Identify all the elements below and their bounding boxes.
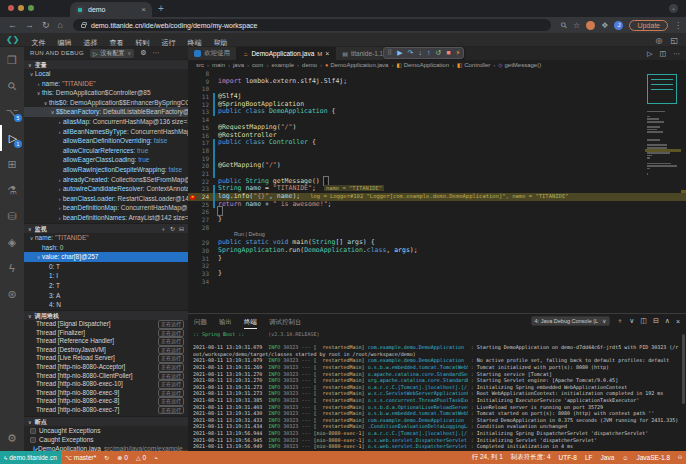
terminal-output[interactable]: :: Spring Boot :: (v2.3.10.RELEASE)2021-… xyxy=(193,331,683,451)
code-line[interactable]: 33} xyxy=(188,270,686,278)
gutter[interactable]: 31 xyxy=(188,255,212,263)
browser-tab[interactable]: demo × xyxy=(70,2,152,17)
encoding[interactable]: UTF-8 xyxy=(555,451,581,464)
watch-row[interactable]: ∨value: char[8]@257 xyxy=(24,252,188,262)
breadcrumb-item[interactable]: com xyxy=(252,62,263,68)
breadcrumb-item[interactable]: java xyxy=(233,62,244,68)
menu-item-运行[interactable]: 运行 xyxy=(155,39,181,46)
checkbox[interactable] xyxy=(30,428,36,434)
gutter[interactable]: 22 xyxy=(188,178,212,186)
split-editor-icon[interactable]: ◫ xyxy=(659,50,666,58)
exception-breakpoint-row[interactable]: Caught Exceptions xyxy=(24,435,188,444)
expander-icon[interactable]: ∨ xyxy=(49,108,56,117)
sync-changes[interactable]: ↻ xyxy=(100,451,113,464)
watch-row[interactable]: hash: 0 xyxy=(24,243,188,253)
gutter[interactable]: 32 xyxy=(188,262,212,270)
gutter[interactable]: 19 xyxy=(188,155,212,163)
panel-tab-输出[interactable]: 输出 xyxy=(219,314,232,329)
variable-row[interactable]: ›beanClassLoader: RestartClassLoader@140 xyxy=(24,194,188,204)
thread-row[interactable]: Thread [http-nio-8080-Acceptor]正在运行 xyxy=(24,363,188,372)
expander-icon[interactable]: › xyxy=(35,80,42,89)
thread-row[interactable]: Thread [http-nio-8080-exec-9]正在运行 xyxy=(24,389,188,398)
back-icon[interactable]: ← xyxy=(8,17,17,33)
gutter[interactable]: 9 xyxy=(188,78,212,86)
breadcrumb-item[interactable]: demo xyxy=(302,62,317,68)
indentation[interactable]: 制表符长度: 4 xyxy=(507,451,555,464)
menu-item-文件[interactable]: 文件 xyxy=(25,39,51,46)
watch-row[interactable]: 0: T xyxy=(24,262,188,272)
terminal-scrollbar[interactable] xyxy=(682,334,685,404)
terminal-dropdown-chevron-icon[interactable]: ∨ xyxy=(629,317,634,325)
thread-row[interactable]: Thread [http-nio-8080-exec-8]正在运行 xyxy=(24,397,188,406)
variable-row[interactable]: allowCircularReferences: true xyxy=(24,146,188,156)
warnings[interactable]: △0 xyxy=(132,451,150,464)
gutter[interactable]: 29 xyxy=(188,239,212,247)
code-line[interactable]: 26 } xyxy=(188,208,686,216)
editor-tab-欢迎使用[interactable]: 欢迎使用 xyxy=(188,47,237,60)
extensions-icon[interactable]: ⊞ xyxy=(0,151,24,177)
java-runtime[interactable]: JavaSE-1.8 xyxy=(632,451,674,464)
variable-row[interactable]: allowBeanDefinitionOverriding: false xyxy=(24,136,188,146)
panel-tab-问题[interactable]: 问题 xyxy=(194,314,207,329)
step-into-icon[interactable]: ↓ xyxy=(418,48,422,58)
kill-terminal-icon[interactable]: ⊟ xyxy=(653,317,659,325)
thread-row[interactable]: Thread [Finalizer]正在运行 xyxy=(24,329,188,338)
source-control-icon[interactable]: ⌥5 xyxy=(0,99,24,125)
breadcrumb-item[interactable]: DemoApplication xyxy=(404,62,449,68)
settings-gear-icon[interactable]: ⚙ xyxy=(0,427,24,449)
gutter[interactable]: 17 xyxy=(188,139,212,147)
step-out-icon[interactable]: ↑ xyxy=(427,48,431,58)
code-line[interactable]: 31 } xyxy=(188,255,686,263)
panel-tab-调试控制台[interactable]: 调试控制台 xyxy=(269,314,302,329)
close-window-icon[interactable] xyxy=(8,5,14,11)
gutter[interactable]: 21 xyxy=(188,170,212,178)
gutter[interactable]: 8 xyxy=(188,70,212,78)
close-panel-icon[interactable]: × xyxy=(676,318,680,325)
remote-indicator[interactable]: ϟdemo.titanide.cn xyxy=(0,451,61,464)
debug-settings-gear-icon[interactable]: ⚙ xyxy=(140,49,146,57)
maximize-panel-icon[interactable]: ∧ xyxy=(665,317,670,325)
git-branch[interactable]: ⌥master* xyxy=(61,451,100,464)
watch-row[interactable]: 4: N xyxy=(24,300,188,310)
notifications[interactable]: ⍾ xyxy=(674,451,686,464)
code-line[interactable]: 13public class DemoApplication { xyxy=(188,108,686,116)
breadcrumb-item[interactable]: main xyxy=(212,62,225,68)
variable-row[interactable]: allowRawInjectionDespiteWrapping: false xyxy=(24,165,188,175)
expander-icon[interactable]: › xyxy=(56,204,63,213)
callstack-section-header[interactable]: ∨ 调用堆栈 xyxy=(24,310,188,320)
gutter[interactable]: 27 xyxy=(188,216,212,224)
maximize-window-icon[interactable] xyxy=(28,5,34,11)
variable-row[interactable]: ∨this: DemoApplication$Controller@85 xyxy=(24,88,188,98)
add-expression-icon[interactable]: ＋ xyxy=(160,224,166,234)
menu-item-转到[interactable]: 转到 xyxy=(129,39,155,46)
debug-indicator[interactable]: ⌁ xyxy=(150,451,162,464)
code-line[interactable]: 20 @GetMapping("/") xyxy=(188,162,686,170)
continue-icon[interactable]: ▶ xyxy=(397,48,402,58)
address-bar[interactable]: demo.titanide.cn/ide/web/coding/demo/my-… xyxy=(73,19,551,31)
thread-row[interactable]: Thread [Signal Dispatcher]正在运行 xyxy=(24,320,188,329)
variable-row[interactable]: ›name: "TITANIDE" xyxy=(24,79,188,89)
expander-icon[interactable]: ∨ xyxy=(28,234,35,243)
debug-more-actions-icon[interactable]: ⋯ xyxy=(153,49,160,57)
code-line[interactable]: 27 } xyxy=(188,216,686,224)
step-over-icon[interactable]: ↷ xyxy=(408,48,414,58)
gutter[interactable]: 18 xyxy=(188,147,212,155)
variable-row[interactable]: ›autowireCandidateResolver: ContextAnnot… xyxy=(24,184,188,194)
code-line[interactable]: 30 SpringApplication.run(DemoApplication… xyxy=(188,247,686,255)
stop-icon[interactable]: ■ xyxy=(446,48,450,58)
code-line[interactable]: 25 return name + " is awesome!"; xyxy=(188,201,686,209)
menu-item-查看[interactable]: 查看 xyxy=(103,39,129,46)
variable-row[interactable]: ›aliasMap: ConcurrentHashMap@136 size=1 xyxy=(24,117,188,127)
variable-row[interactable]: allowEagerClassLoading: true xyxy=(24,155,188,165)
tab-search-icon[interactable]: ⌄ xyxy=(669,4,678,13)
thread-row[interactable]: Thread [http-nio-8080-ClientPoller]正在运行 xyxy=(24,372,188,381)
expander-icon[interactable]: › xyxy=(56,118,63,127)
update-button[interactable]: Update xyxy=(629,20,668,31)
gutter[interactable]: 23 xyxy=(188,185,212,193)
expander-icon[interactable]: ∨ xyxy=(28,70,35,79)
editor-tab-DemoApplication.java[interactable]: ☕DemoApplication.javaM× xyxy=(237,47,336,60)
errors[interactable]: ⊗0 xyxy=(113,451,132,464)
minimize-window-icon[interactable] xyxy=(18,5,24,11)
checkbox[interactable] xyxy=(30,437,36,443)
breadcrumb[interactable]: src›main›java›com›example›demo›●DemoAppl… xyxy=(188,60,686,70)
